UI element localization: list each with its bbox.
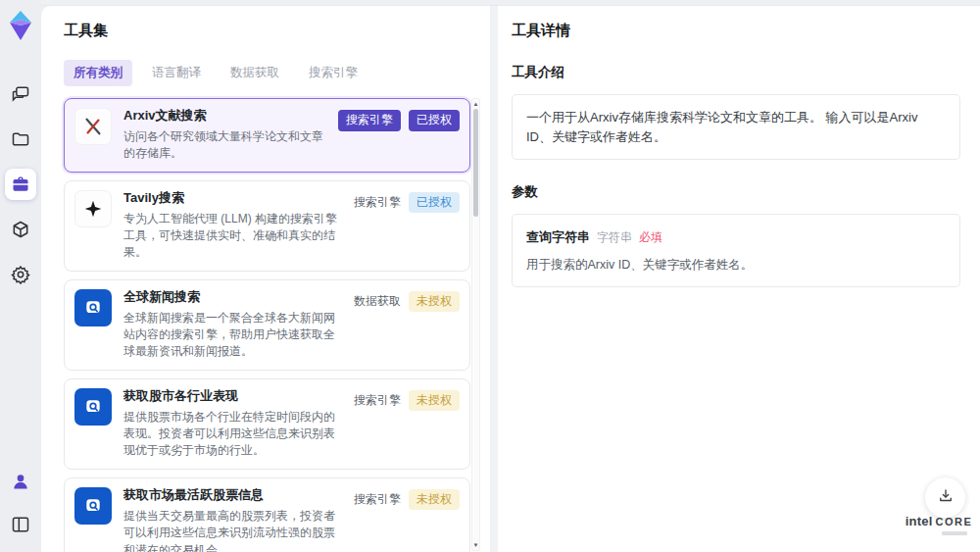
panel-divider <box>490 6 498 552</box>
param-box: 查询字符串 字符串 必填 用于搜索的Arxiv ID、关键字或作者姓名。 <box>512 214 960 287</box>
brand-intel-text: intel <box>906 514 933 528</box>
tool-card-arxiv[interactable]: Arxiv文献搜索 访问各个研究领域大量科学论文和文章的存储库。 搜索引擎 已授… <box>64 98 470 173</box>
tool-description: 全球新闻搜索是一个聚合全球各大新闻网站内容的搜索引擎，帮助用户快速获取全球最新资… <box>123 310 346 361</box>
tool-name: 获取股市各行业表现 <box>123 388 346 405</box>
tavily-logo-icon <box>74 190 112 227</box>
scrollbar-thumb[interactable] <box>473 109 478 217</box>
auth-status-badge: 未授权 <box>409 291 460 313</box>
tool-list: Arxiv文献搜索 访问各个研究领域大量科学论文和文章的存储库。 搜索引擎 已授… <box>64 98 470 552</box>
nav-chat-button[interactable] <box>5 78 36 110</box>
auth-status-badge: 已授权 <box>409 110 460 131</box>
intro-text: 一个用于从Arxiv存储库搜索科学论文和文章的工具。 输入可以是Arxiv ID… <box>526 110 917 144</box>
tool-name: Tavily搜索 <box>123 190 346 207</box>
param-name: 查询字符串 <box>526 227 590 247</box>
tab-all-categories[interactable]: 所有类别 <box>64 60 132 86</box>
category-label: 搜索引擎 <box>354 392 401 409</box>
folder-icon <box>11 129 30 149</box>
list-scrollbar[interactable]: ▲ ▼ <box>471 98 480 551</box>
tool-name: 全球新闻搜索 <box>123 289 346 306</box>
arxiv-logo-icon <box>74 108 112 145</box>
auth-status-badge: 未授权 <box>409 390 460 412</box>
cube-icon <box>11 220 30 239</box>
nav-user-button[interactable] <box>5 466 36 497</box>
auth-status-badge: 未授权 <box>409 489 460 511</box>
brand-core-text: core <box>935 516 972 527</box>
param-required-flag: 必填 <box>639 228 662 246</box>
tool-description: 提供股票市场各个行业在特定时间段内的表现。投资者可以利用这些信息来识别表现优于或… <box>123 409 346 460</box>
nav-models-button[interactable] <box>5 214 36 245</box>
chat-icon <box>11 84 30 104</box>
category-label: 搜索引擎 <box>354 491 401 508</box>
download-button[interactable] <box>925 477 965 518</box>
tool-description: 提供当天交易量最高的股票列表，投资者可以利用这些信息来识别流动性强的股票和潜在的… <box>123 508 346 552</box>
scroll-down-arrow-icon[interactable]: ▼ <box>472 541 479 549</box>
active-stocks-logo-icon <box>74 487 112 525</box>
intro-heading: 工具介绍 <box>512 64 960 81</box>
tools-panel: 工具集 所有类别 语言翻译 数据获取 搜索引擎 Arxiv文献搜索 访问各个研究… <box>41 6 490 552</box>
tab-language-translation[interactable]: 语言翻译 <box>142 60 211 86</box>
category-tabs: 所有类别 语言翻译 数据获取 搜索引擎 <box>64 60 490 86</box>
detail-title: 工具详情 <box>512 22 960 40</box>
auth-status-badge: 已授权 <box>409 192 460 214</box>
download-icon <box>937 487 955 509</box>
news-search-logo-icon <box>74 289 112 326</box>
nav-files-button[interactable] <box>5 124 36 155</box>
tool-name: Arxiv文献搜索 <box>123 108 330 125</box>
intel-core-logo: intel core <box>906 514 971 535</box>
user-icon <box>11 472 30 491</box>
tab-search-engine[interactable]: 搜索引擎 <box>299 60 368 86</box>
brand-sub-mark <box>942 531 967 535</box>
tool-name: 获取市场最活跃股票信息 <box>123 487 346 504</box>
category-badge: 搜索引擎 <box>338 110 401 131</box>
param-type: 字符串 <box>597 228 632 246</box>
left-rail <box>0 0 41 552</box>
nav-settings-button[interactable] <box>5 259 36 290</box>
page-title: 工具集 <box>64 22 490 40</box>
tool-card-most-active-stocks[interactable]: 获取市场最活跃股票信息 提供当天交易量最高的股票列表，投资者可以利用这些信息来识… <box>64 477 470 552</box>
gear-icon <box>11 265 30 284</box>
category-label: 数据获取 <box>354 293 401 310</box>
tool-card-tavily[interactable]: Tavily搜索 专为人工智能代理 (LLM) 构建的搜索引擎工具，可快速提供实… <box>64 180 470 272</box>
app-logo <box>6 10 35 41</box>
intro-box: 一个用于从Arxiv存储库搜索科学论文和文章的工具。 输入可以是Arxiv ID… <box>512 94 960 160</box>
nav-panel-toggle-button[interactable] <box>5 509 36 540</box>
category-label: 搜索引擎 <box>354 194 401 211</box>
params-heading: 参数 <box>512 183 960 201</box>
tool-description: 专为人工智能代理 (LLM) 构建的搜索引擎工具，可快速提供实时、准确和真实的结… <box>123 211 346 262</box>
stock-sector-logo-icon <box>74 388 112 426</box>
tab-data-acquisition[interactable]: 数据获取 <box>220 60 289 86</box>
param-description: 用于搜索的Arxiv ID、关键字或作者姓名。 <box>526 256 946 275</box>
sidebar-toggle-icon <box>11 515 30 534</box>
nav-toolbox-button[interactable] <box>5 169 36 200</box>
tool-detail-panel: 工具详情 工具介绍 一个用于从Arxiv存储库搜索科学论文和文章的工具。 输入可… <box>498 6 980 552</box>
tool-card-global-news[interactable]: 全球新闻搜索 全球新闻搜索是一个聚合全球各大新闻网站内容的搜索引擎，帮助用户快速… <box>64 279 470 371</box>
toolbox-icon <box>11 175 30 194</box>
scroll-up-arrow-icon[interactable]: ▲ <box>472 100 479 108</box>
tool-card-sector-performance[interactable]: 获取股市各行业表现 提供股票市场各个行业在特定时间段内的表现。投资者可以利用这些… <box>64 378 470 470</box>
tool-description: 访问各个研究领域大量科学论文和文章的存储库。 <box>123 128 330 163</box>
